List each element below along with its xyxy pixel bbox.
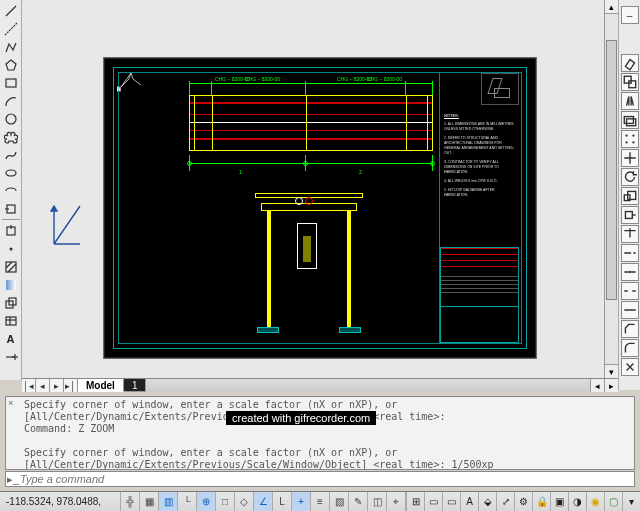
toggle-osnap[interactable]: □: [216, 492, 235, 511]
quick-view-drawings-icon[interactable]: ▭: [442, 492, 460, 511]
region-tool[interactable]: [2, 294, 20, 311]
rectangle-tool[interactable]: [2, 74, 20, 91]
svg-rect-24: [624, 76, 631, 83]
insert-block-tool[interactable]: [2, 200, 20, 217]
polyline-tool[interactable]: [2, 38, 20, 55]
svg-rect-27: [626, 119, 635, 126]
model-paper-toggle[interactable]: ⊞: [406, 492, 424, 511]
revision-cloud-tool[interactable]: [2, 128, 20, 145]
fillet-tool[interactable]: [621, 339, 639, 357]
command-history-text: Specify corner of window, enter a scale …: [24, 399, 630, 470]
array-tool[interactable]: [621, 130, 639, 148]
command-line[interactable]: ▸_: [5, 471, 635, 487]
toggle-transparency[interactable]: ▧: [330, 492, 349, 511]
hscroll-left-icon[interactable]: ◂: [590, 379, 604, 392]
chamfer-tool[interactable]: [621, 320, 639, 338]
annotation-scale-icon[interactable]: A: [460, 492, 478, 511]
explode-tool[interactable]: [621, 358, 639, 376]
offset-tool[interactable]: [621, 111, 639, 129]
trim-tool[interactable]: [621, 225, 639, 243]
addline-tool[interactable]: [2, 348, 20, 365]
vscroll-down-icon[interactable]: ▾: [605, 364, 618, 378]
toggle-qp[interactable]: ✎: [349, 492, 368, 511]
toggle-grid[interactable]: ▥: [159, 492, 178, 511]
toggle-am[interactable]: ⌖: [387, 492, 406, 511]
make-block-tool[interactable]: [2, 222, 20, 239]
svg-point-35: [628, 271, 630, 273]
svg-point-28: [625, 134, 627, 136]
svg-point-30: [625, 141, 627, 143]
svg-marker-2: [6, 60, 16, 70]
join-tool[interactable]: [621, 301, 639, 319]
clean-screen-icon[interactable]: ▢: [604, 492, 622, 511]
tab-nav-prev-icon[interactable]: ◂: [36, 379, 50, 392]
ellipse-arc-tool[interactable]: [2, 182, 20, 199]
tab-nav-first-icon[interactable]: │◂: [22, 379, 36, 392]
stretch-tool[interactable]: [621, 206, 639, 224]
copy-tool[interactable]: [621, 73, 639, 91]
toggle-lwt[interactable]: ≡: [311, 492, 330, 511]
break-tool[interactable]: [621, 282, 639, 300]
lightbulb-icon[interactable]: ◉: [586, 492, 604, 511]
toggle-sc[interactable]: ◫: [368, 492, 387, 511]
annotation-autoscale-icon[interactable]: ⤢: [496, 492, 514, 511]
coordinate-readout[interactable]: -118.5324, 978.0488, 0.0000: [0, 492, 121, 511]
polygon-tool[interactable]: [2, 56, 20, 73]
erase-tool[interactable]: [621, 54, 639, 72]
move-tool[interactable]: [621, 149, 639, 167]
svg-line-0: [6, 6, 16, 16]
toggle-dyn[interactable]: +: [292, 492, 311, 511]
hardware-accel-icon[interactable]: ▣: [550, 492, 568, 511]
drawing-area[interactable]: N CHG – 8200-00 CHG – 8200-00 CHG – 8200…: [22, 0, 618, 378]
drafting-toggles: ╬ ▦ ▥ └ ⊕ □ ◇ ∠ L + ≡ ▧ ✎ ◫ ⌖: [121, 492, 406, 511]
workspace-switch-icon[interactable]: ⚙: [514, 492, 532, 511]
scale-tool[interactable]: [621, 187, 639, 205]
toggle-polar[interactable]: ⊕: [197, 492, 216, 511]
break-at-point-tool[interactable]: [621, 263, 639, 281]
rotate-tool[interactable]: [621, 168, 639, 186]
gradient-tool[interactable]: [2, 276, 20, 293]
mirror-tool[interactable]: [621, 92, 639, 110]
tab-nav-next-icon[interactable]: ▸: [50, 379, 64, 392]
point-tool[interactable]: [2, 240, 20, 257]
construction-line-tool[interactable]: [2, 20, 20, 37]
toggle-ducs[interactable]: L: [273, 492, 292, 511]
tab-nav-last-icon[interactable]: ▸│: [64, 379, 78, 392]
command-history[interactable]: × Specify corner of window, enter a scal…: [5, 396, 635, 470]
command-input[interactable]: [20, 473, 634, 485]
toggle-infer[interactable]: ╬: [121, 492, 140, 511]
tab-model[interactable]: Model: [78, 379, 124, 392]
toggle-snap[interactable]: ▦: [140, 492, 159, 511]
hscroll-right-icon[interactable]: ▸: [604, 379, 618, 392]
extend-tool[interactable]: [621, 244, 639, 262]
svg-text:N: N: [117, 86, 121, 92]
grid-label: 1: [239, 169, 242, 175]
toggle-otrack[interactable]: ∠: [254, 492, 273, 511]
mtext-tool[interactable]: A: [2, 330, 20, 347]
ellipse-tool[interactable]: [2, 164, 20, 181]
quick-view-layouts-icon[interactable]: ▭: [424, 492, 442, 511]
close-icon[interactable]: ×: [8, 399, 18, 409]
toggle-ortho[interactable]: └: [178, 492, 197, 511]
vscroll-track[interactable]: ▴ ▾: [604, 0, 618, 378]
vscroll-thumb[interactable]: [606, 40, 617, 300]
hatch-tool[interactable]: [2, 258, 20, 275]
north-arrow-icon: N: [115, 67, 145, 95]
table-tool[interactable]: [2, 312, 20, 329]
customize-icon[interactable]: ▾: [622, 492, 640, 511]
circle-tool[interactable]: [2, 110, 20, 127]
line-tool[interactable]: [2, 2, 20, 19]
spline-tool[interactable]: [2, 146, 20, 163]
tab-layout-1[interactable]: 1: [124, 379, 147, 392]
arc-tool[interactable]: [2, 92, 20, 109]
isolate-objects-icon[interactable]: ◑: [568, 492, 586, 511]
annotation-visibility-icon[interactable]: ⬙: [478, 492, 496, 511]
vscroll-up-icon[interactable]: ▴: [605, 0, 618, 14]
hscroll-track[interactable]: [146, 379, 590, 392]
toolbar-lock-icon[interactable]: 🔒: [532, 492, 550, 511]
toggle-3dosnap[interactable]: ◇: [235, 492, 254, 511]
svg-rect-18: [6, 317, 16, 325]
paper-space-viewport[interactable]: N CHG – 8200-00 CHG – 8200-00 CHG – 8200…: [104, 58, 536, 358]
window-minimize-icon[interactable]: –: [621, 6, 639, 24]
panel-detail: [297, 223, 317, 269]
